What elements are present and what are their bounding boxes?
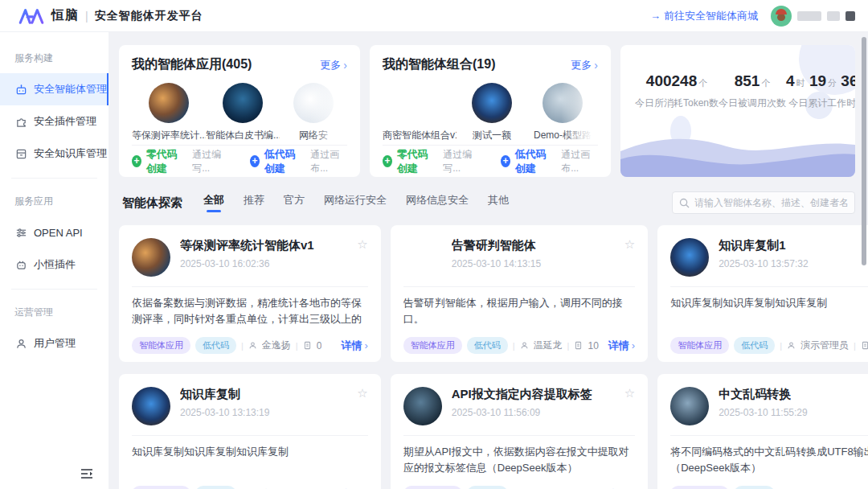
- sidebar-item-xiaoheng-plugin[interactable]: 小恒插件: [0, 249, 108, 281]
- agent-combo-avatar: [399, 83, 440, 123]
- agent-date: 2025-03-10 13:13:19: [180, 407, 368, 418]
- explore-header: 智能体探索 全部 推荐 官方 网络运行安全 网络信息安全 其他: [122, 191, 855, 214]
- agent-date: 2025-03-10 11:55:29: [719, 407, 868, 418]
- creator-name: 演示管理员: [800, 339, 849, 352]
- tag-agent-app: 智能体应用: [403, 486, 462, 489]
- agent-app-avatar: [223, 83, 263, 123]
- robot-icon: [14, 83, 27, 96]
- sidebar-item-open-api[interactable]: OPEN API: [0, 216, 108, 249]
- username-redacted: [827, 11, 840, 21]
- sidebar-item-knowledge-base-management[interactable]: 安全知识库管理: [0, 138, 108, 170]
- doc-count: 0: [317, 340, 322, 351]
- agent-title: 中文乱码转换: [719, 387, 791, 402]
- tag-agent-app: 智能体应用: [670, 337, 729, 354]
- my-agent-combos-card: 我的智能体组合(19) 更多 › 商密智能体组合v1 测试一额 Demo-模型路: [370, 45, 611, 177]
- agent-search-box: [672, 191, 855, 214]
- plus-icon: +: [383, 155, 392, 167]
- favorite-star-icon[interactable]: ☆: [624, 387, 635, 399]
- agent-card[interactable]: 知识库复制 ☆ 2025-03-10 13:13:19 知识库复制知识库复制知识…: [119, 374, 381, 489]
- tag-low-code: 低代码: [195, 337, 236, 354]
- detail-link[interactable]: 详情 ›: [608, 339, 635, 353]
- agent-card[interactable]: 等保测评率统计智能体v1 ☆ 2025-03-10 16:02:36 依据备案数…: [119, 225, 381, 362]
- store-link[interactable]: → 前往安全智能体商城: [650, 9, 758, 23]
- agent-description: 期望从API报文中，依据数据内容在报文中提取对应的报文标签信息（DeepSeek…: [403, 444, 635, 476]
- agent-card[interactable]: 告警研判智能体 ☆ 2025-03-10 14:13:15 告警研判智能体，根据…: [391, 225, 648, 362]
- agent-app-avatar: [149, 83, 189, 123]
- zero-code-create-button[interactable]: + 零代码创建 通过编写...: [383, 147, 480, 176]
- agent-avatar: [132, 238, 170, 277]
- agent-card[interactable]: 知识库复制1 ☆ 2025-03-10 13:57:32 知识库复制知识库复制知…: [657, 225, 868, 362]
- agent-title: 知识库复制1: [719, 238, 785, 253]
- agent-card[interactable]: API报文指定内容提取标签 ☆ 2025-03-10 11:56:09 期望从A…: [391, 374, 648, 489]
- agent-date: 2025-03-10 13:57:32: [719, 258, 868, 269]
- creator-name: 温延龙: [534, 339, 563, 352]
- agent-date: 2025-03-10 14:13:15: [452, 258, 635, 269]
- agent-card[interactable]: 中文乱码转换 ☆ 2025-03-10 11:55:29 将不同编码格式的中文乱…: [657, 374, 868, 489]
- agent-description: 知识库复制知识库复制知识库复制: [132, 444, 368, 476]
- combos-more-link[interactable]: 更多 ›: [571, 58, 598, 72]
- zero-code-create-button[interactable]: + 零代码创建 通过编写...: [132, 147, 229, 176]
- agent-combo-item[interactable]: 测试一额: [457, 83, 527, 142]
- agent-app-list: 等保测评率统计... 智能体白皮书编... 网络安: [132, 83, 347, 142]
- tag-low-code: 低代码: [734, 337, 775, 354]
- agent-combo-item[interactable]: 商密智能体组合v1: [383, 83, 457, 142]
- agent-combo-item[interactable]: Demo-模型路: [527, 83, 598, 142]
- knowledge-base-icon: [14, 147, 27, 160]
- chevron-right-icon: ›: [632, 339, 635, 351]
- tab-network-information-security[interactable]: 网络信息安全: [406, 193, 469, 212]
- agent-app-item[interactable]: 网络安: [280, 83, 347, 142]
- stat-call-count: 851个 今日被调用次数: [719, 72, 786, 110]
- explore-tabs: 全部 推荐 官方 网络运行安全 网络信息安全 其他: [203, 193, 509, 212]
- favorite-star-icon[interactable]: ☆: [624, 238, 635, 250]
- low-code-create-button[interactable]: + 低代码创建 通过画布...: [250, 147, 347, 176]
- menu-toggle-redacted[interactable]: [845, 11, 855, 21]
- low-code-create-button[interactable]: + 低代码创建 通过画布...: [501, 147, 598, 176]
- vertical-scrollbar[interactable]: [862, 37, 866, 265]
- agent-app-item[interactable]: 智能体白皮书编...: [206, 83, 280, 142]
- my-agent-combos-title: 我的智能体组合(19): [383, 56, 495, 73]
- tab-network-operation-security[interactable]: 网络运行安全: [324, 193, 387, 212]
- sliders-icon: [14, 226, 27, 239]
- brand-name: 恒脑: [51, 7, 79, 24]
- favorite-star-icon[interactable]: ☆: [357, 238, 367, 250]
- agent-date: 2025-03-10 11:56:09: [452, 407, 635, 418]
- search-input[interactable]: [694, 197, 848, 208]
- agent-grid: 等保测评率统计智能体v1 ☆ 2025-03-10 16:02:36 依据备案数…: [119, 225, 855, 489]
- tag-agent-app: 智能体应用: [132, 486, 190, 489]
- tab-all[interactable]: 全部: [203, 193, 224, 212]
- sidebar-item-plugin-management[interactable]: 安全插件管理: [0, 105, 108, 138]
- agent-avatar: [403, 238, 442, 277]
- tag-low-code: 低代码: [195, 486, 236, 489]
- plus-icon: +: [250, 155, 260, 167]
- tab-recommended[interactable]: 推荐: [244, 193, 264, 212]
- stat-token-count: 400248个 今日所消耗Token数: [635, 72, 719, 110]
- doc-count-icon: [303, 341, 312, 350]
- puzzle-icon: [14, 115, 27, 128]
- sidebar: 服务构建 安全智能体管理 安全插件管理 安全知识库管理 服务应用 OPEN AP…: [0, 32, 108, 489]
- detail-link[interactable]: 详情 ›: [341, 339, 367, 353]
- agent-app-item[interactable]: 等保测评率统计...: [132, 83, 206, 142]
- plus-icon: +: [132, 155, 141, 167]
- creator-icon: [520, 341, 529, 350]
- sidebar-item-agent-management[interactable]: 安全智能体管理: [0, 73, 108, 105]
- usage-stats-card: 400248个 今日所消耗Token数 851个 今日被调用次数 4时 19分 …: [620, 45, 855, 177]
- favorite-star-icon[interactable]: ☆: [357, 387, 367, 399]
- doc-count-icon: [574, 341, 583, 350]
- sidebar-section-operations: 运营管理: [0, 298, 108, 327]
- sidebar-section-build: 服务构建: [0, 43, 108, 73]
- agent-date: 2025-03-10 16:02:36: [180, 258, 368, 269]
- top-header: 恒脑 | 安全智能体开发平台 → 前往安全智能体商城: [0, 0, 868, 32]
- brand-logo-icon: [18, 7, 45, 25]
- username-redacted: [797, 11, 821, 21]
- doc-count-icon: [861, 341, 868, 350]
- stat-work-time: 4时 19分 36秒 今日累计工作时间: [786, 72, 855, 110]
- agent-description: 依据备案数据与测评数据，精准统计各地市的等保测评率，同时针对各重点单位，计算出三…: [132, 295, 368, 327]
- tab-official[interactable]: 官方: [284, 193, 305, 212]
- avatar[interactable]: [771, 6, 792, 27]
- sidebar-item-user-management[interactable]: 用户管理: [0, 327, 108, 360]
- sidebar-collapse-icon[interactable]: [80, 468, 93, 479]
- tab-other[interactable]: 其他: [488, 193, 509, 212]
- agent-combo-avatar: [542, 83, 583, 123]
- arrow-right-icon: →: [650, 10, 661, 22]
- apps-more-link[interactable]: 更多 ›: [320, 58, 347, 72]
